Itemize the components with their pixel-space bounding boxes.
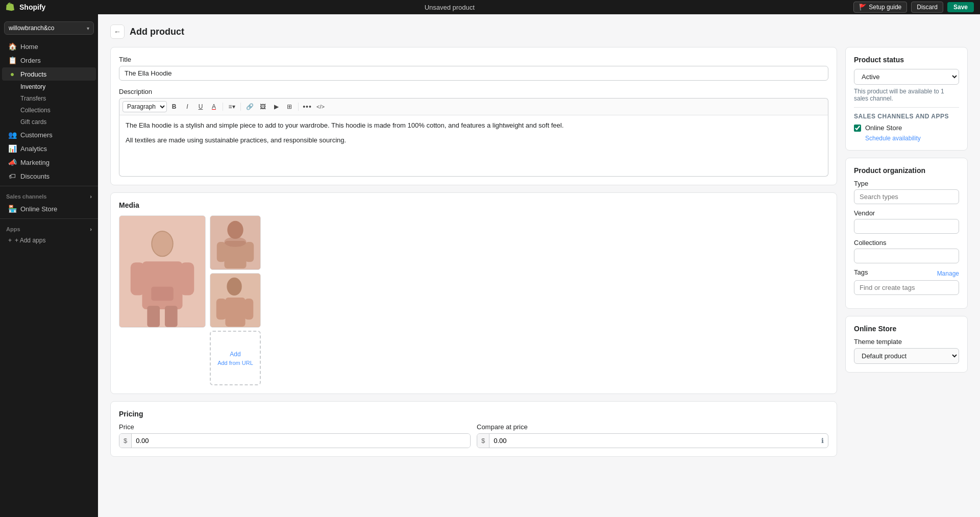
customers-icon: 👥	[8, 131, 16, 139]
sidebar-item-home[interactable]: 🏠 Home	[2, 40, 96, 53]
channel-label-online-store: Online Store	[865, 124, 902, 132]
plus-icon: +	[8, 237, 12, 244]
link-button[interactable]: 🔗	[243, 101, 256, 113]
schedule-availability-link[interactable]: Schedule availability	[865, 135, 959, 142]
sidebar-sub-item-gift-cards[interactable]: Gift cards	[2, 116, 96, 128]
discard-button[interactable]: Discard	[911, 2, 943, 13]
media-title: Media	[119, 201, 828, 209]
status-select[interactable]: Active Draft	[854, 69, 959, 85]
expand-icon[interactable]: ›	[90, 193, 92, 200]
product-status-card: Product status Active Draft This product…	[845, 47, 968, 151]
discounts-icon: 🏷	[8, 172, 16, 180]
info-icon[interactable]: ℹ	[817, 434, 828, 448]
image-button[interactable]: 🖼	[257, 101, 269, 113]
top-navigation: Shopify Unsaved product 🚩 Setup guide Di…	[0, 0, 980, 14]
price-field: Price $	[119, 423, 471, 448]
tags-field: Tags Manage	[854, 268, 959, 295]
logo-area: Shopify	[6, 3, 45, 12]
media-thumb-column: Add Add from URL	[210, 215, 261, 385]
description-para-1: The Ella hoodie is a stylish and simple …	[126, 120, 822, 131]
back-button[interactable]: ←	[110, 24, 125, 39]
description-editor[interactable]: The Ella hoodie is a stylish and simple …	[119, 115, 828, 177]
manage-tags-link[interactable]: Manage	[937, 270, 959, 277]
online-store-checkbox[interactable]	[854, 125, 861, 132]
sidebar-item-products[interactable]: ● Products	[2, 67, 96, 81]
underline-button[interactable]: U	[194, 101, 207, 113]
store-selector[interactable]: willowbranch&co ▾	[4, 21, 94, 35]
sidebar-sub-item-inventory[interactable]: Inventory	[2, 81, 96, 92]
store-name: willowbranch&co	[9, 24, 54, 32]
vendor-label: Vendor	[854, 209, 959, 217]
channels-title: SALES CHANNELS AND APPS	[854, 113, 959, 120]
svg-rect-19	[216, 299, 227, 319]
expand-apps-icon[interactable]: ›	[90, 226, 92, 232]
tags-label: Tags	[854, 268, 868, 276]
sidebar-sub-item-collections[interactable]: Collections	[2, 105, 96, 116]
price-input-wrap: $	[119, 433, 471, 448]
vendor-input[interactable]	[854, 219, 959, 234]
sidebar-item-orders[interactable]: 📋 Orders	[2, 54, 96, 67]
compare-price-input[interactable]	[489, 434, 817, 448]
product-image-2-svg	[210, 216, 260, 269]
product-organization-title: Product organization	[854, 166, 959, 175]
media-thumb-2[interactable]	[210, 273, 261, 328]
content-sidebar: Product status Active Draft This product…	[845, 47, 968, 373]
toolbar-divider-1	[223, 103, 223, 111]
paragraph-select[interactable]: Paragraph	[122, 101, 167, 112]
add-from-url-link[interactable]: Add from URL	[217, 360, 253, 366]
toolbar-divider-2	[240, 103, 241, 111]
apps-section: Apps ›	[0, 222, 98, 234]
online-store-icon: 🏪	[8, 205, 16, 213]
video-button[interactable]: ▶	[270, 101, 282, 113]
sidebar-sub-item-transfers[interactable]: Transfers	[2, 93, 96, 104]
sidebar-item-label: Products	[20, 70, 46, 78]
sidebar-item-label: Analytics	[20, 145, 47, 153]
setup-guide-button[interactable]: 🚩 Setup guide	[853, 2, 907, 13]
sidebar-item-discounts[interactable]: 🏷 Discounts	[2, 169, 96, 183]
sidebar-item-marketing[interactable]: 📣 Marketing	[2, 156, 96, 169]
theme-template-label: Theme template	[854, 338, 959, 346]
save-button[interactable]: Save	[947, 2, 974, 12]
table-button[interactable]: ⊞	[283, 101, 296, 113]
compare-price-prefix: $	[477, 434, 489, 448]
more-button[interactable]: •••	[301, 101, 313, 113]
chevron-down-icon: ▾	[87, 26, 89, 31]
home-icon: 🏠	[8, 42, 16, 51]
sidebar-item-online-store[interactable]: 🏪 Online Store	[2, 202, 96, 215]
page-title-nav: Unsaved product	[425, 4, 475, 11]
type-field: Type	[854, 180, 959, 204]
code-button[interactable]: </>	[314, 101, 327, 113]
sidebar-item-label: Marketing	[20, 159, 50, 166]
svg-rect-7	[147, 306, 160, 327]
tags-input[interactable]	[854, 280, 959, 295]
orders-icon: 📋	[8, 56, 16, 64]
marketing-icon: 📣	[8, 158, 16, 166]
compare-price-field: Compare at price $ ℹ	[477, 423, 828, 448]
collections-input[interactable]	[854, 249, 959, 263]
svg-rect-0	[7, 5, 13, 10]
title-input[interactable]	[119, 66, 828, 81]
svg-rect-4	[142, 261, 182, 309]
price-prefix: $	[119, 434, 132, 448]
media-thumb-1[interactable]	[210, 215, 261, 270]
title-description-card: Title Description Paragraph B I U A ≡ ▾ …	[110, 47, 837, 185]
theme-template-select[interactable]: Default product Custom template	[854, 348, 959, 364]
nav-actions: 🚩 Setup guide Discard Save	[853, 2, 974, 13]
add-apps-button[interactable]: + + Add apps	[2, 235, 96, 246]
italic-button[interactable]: I	[181, 101, 193, 113]
product-status-title: Product status	[854, 56, 959, 64]
align-button[interactable]: ≡ ▾	[226, 101, 238, 113]
media-grid: Add Add from URL	[119, 215, 828, 385]
type-input[interactable]	[854, 189, 959, 204]
color-button[interactable]: A	[208, 101, 220, 113]
status-note: This product will be available to 1 sale…	[854, 88, 959, 102]
bold-button[interactable]: B	[168, 101, 180, 113]
media-main-image[interactable]	[119, 215, 206, 328]
sidebar-item-customers[interactable]: 👥 Customers	[2, 128, 96, 141]
main-content: ← Add product Title Description Paragrap…	[98, 14, 980, 517]
media-add-button[interactable]: Add Add from URL	[210, 331, 261, 385]
price-input[interactable]	[132, 434, 470, 448]
pricing-title: Pricing	[119, 410, 828, 418]
add-media-label: Add	[230, 351, 240, 358]
sidebar-item-analytics[interactable]: 📊 Analytics	[2, 142, 96, 155]
